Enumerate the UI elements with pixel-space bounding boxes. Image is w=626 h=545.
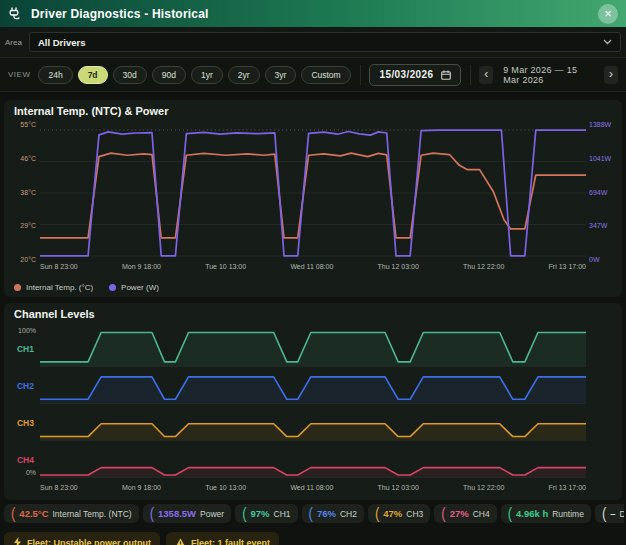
area-select[interactable]: All Drivers <box>29 32 621 52</box>
status-chip-ch3: (47%CH3 <box>368 504 430 523</box>
legend-label: Internal Temp. (°C) <box>26 283 93 292</box>
range-button-30d[interactable]: 30d <box>113 66 147 84</box>
x-axis-tick: Wed 11 08:00 <box>290 484 333 491</box>
chart1-plot-area[interactable] <box>40 126 586 260</box>
driver-plug-icon <box>8 6 23 21</box>
legend-item: Power (W) <box>109 283 159 292</box>
lightning-icon <box>13 537 22 545</box>
calendar-icon <box>441 70 451 80</box>
chip-bracket-icon: ( <box>242 507 246 520</box>
y-axis-tick-right: 1388W <box>589 121 611 128</box>
legend-label: Power (W) <box>121 283 159 292</box>
x-axis-tick: Fri 13 17:00 <box>549 484 586 491</box>
status-chip-power: (1358.5WPower <box>143 504 231 523</box>
status-bar: (42.5°CInternal Temp. (NTC)(1358.5WPower… <box>4 504 624 523</box>
chip-value: 27% <box>450 508 469 519</box>
chip-bracket-icon: ( <box>375 507 379 520</box>
status-chip-drivers-58-pts: (–Drivers · 58 pts <box>595 504 624 523</box>
y-axis-tick-right: 0W <box>589 256 600 263</box>
x-axis-tick: Thu 12 03:00 <box>378 263 419 270</box>
divider <box>360 65 361 85</box>
x-axis-tick: Tue 10 13:00 <box>205 484 246 491</box>
chip-value: 4.96k h <box>516 508 548 519</box>
alerts-bar: Fleet: Unstable power outputFleet: 1 fau… <box>4 532 279 545</box>
chevron-down-icon <box>603 39 612 45</box>
chip-value: – <box>610 508 615 519</box>
channel-label-column: CH1CH2CH3CH4 <box>6 330 34 478</box>
chart1-left-axis: 55°C46°C38°C29°C20°C <box>6 121 36 263</box>
divider <box>470 65 471 85</box>
y-axis-tick-left: 46°C <box>20 155 36 162</box>
chip-bracket-icon: ( <box>508 507 512 520</box>
x-axis-tick: Thu 12 03:00 <box>378 484 419 491</box>
y-axis-tick-right: 1041W <box>589 155 611 162</box>
status-chip-ch4: (27%CH4 <box>434 504 496 523</box>
chip-bracket-icon: ( <box>11 507 15 520</box>
chip-bracket-icon: ( <box>309 507 313 520</box>
chip-value: 47% <box>383 508 402 519</box>
date-input[interactable]: 15/03/2026 <box>369 64 460 86</box>
x-axis-tick: Mon 9 18:00 <box>122 263 161 270</box>
date-range-text: 9 Mar 2026 — 15 Mar 2026 <box>503 65 594 85</box>
range-button-90d[interactable]: 90d <box>152 66 186 84</box>
x-axis-tick: Sun 8 23:00 <box>40 263 78 270</box>
x-axis-tick: Fri 13 17:00 <box>549 263 586 270</box>
alert-text: Fleet: 1 fault event <box>191 538 270 545</box>
next-range-button[interactable]: › <box>604 66 618 84</box>
titlebar: Driver Diagnostics - Historical × <box>0 0 626 27</box>
range-button-group: 24h7d30d90d1yr2yr3yrCustom <box>38 66 350 84</box>
status-chip-ch1: (97%CH1 <box>235 504 297 523</box>
chart1-title: Internal Temp. (NTC) & Power <box>14 105 168 117</box>
chip-label: CH2 <box>340 509 357 519</box>
alert-chip-fleet-unstable-power-output: Fleet: Unstable power output <box>4 532 160 545</box>
range-button-1yr[interactable]: 1yr <box>191 66 223 84</box>
prev-range-button[interactable]: ‹ <box>479 66 493 84</box>
temp-power-line-chart <box>40 126 586 260</box>
chip-label: Power <box>200 509 224 519</box>
chart1-legend: Internal Temp. (°C)Power (W) <box>14 283 159 292</box>
area-row: Area All Drivers <box>0 27 626 58</box>
x-axis-tick: Thu 12 22:00 <box>463 484 504 491</box>
temp-power-chart-panel: Internal Temp. (NTC) & Power 55°C46°C38°… <box>4 100 622 297</box>
channel-levels-line-chart <box>40 330 586 478</box>
channel-label-ch3: CH3 <box>17 418 34 428</box>
channel-label-ch2: CH2 <box>17 381 34 391</box>
channel-label-ch4: CH4 <box>17 455 34 465</box>
status-chip-ch2: (76%CH2 <box>302 504 364 523</box>
close-button[interactable]: × <box>598 4 618 24</box>
view-label: VIEW <box>8 70 30 79</box>
warning-icon <box>175 538 186 545</box>
y-axis-tick-left: 29°C <box>20 222 36 229</box>
chip-label: CH1 <box>274 509 291 519</box>
y-axis-tick-left: 55°C <box>20 121 36 128</box>
x-axis-tick: Mon 9 18:00 <box>122 484 161 491</box>
legend-dot-icon <box>109 284 116 291</box>
channel-label-ch1: CH1 <box>17 344 34 354</box>
status-chip-runtime: (4.96k hRuntime <box>501 504 591 523</box>
chip-label: Runtime <box>552 509 584 519</box>
range-button-3yr[interactable]: 3yr <box>265 66 297 84</box>
chart1-x-axis: Sun 8 23:00Mon 9 18:00Tue 10 13:00Wed 11… <box>40 263 586 270</box>
chart2-plot-area[interactable] <box>40 330 586 478</box>
chart2-x-axis: Sun 8 23:00Mon 9 18:00Tue 10 13:00Wed 11… <box>40 484 586 491</box>
alert-text: Fleet: Unstable power output <box>27 538 151 545</box>
x-axis-tick: Tue 10 13:00 <box>205 263 246 270</box>
chip-bracket-icon: ( <box>150 507 154 520</box>
range-button-2yr[interactable]: 2yr <box>228 66 260 84</box>
window-title: Driver Diagnostics - Historical <box>31 7 209 21</box>
status-chip-internal-temp-ntc-: (42.5°CInternal Temp. (NTC) <box>4 504 139 523</box>
y-axis-tick-right: 347W <box>589 222 607 229</box>
range-button-7d[interactable]: 7d <box>78 66 108 84</box>
chip-label: CH3 <box>406 509 423 519</box>
alert-chip-fleet-1-fault-event: Fleet: 1 fault event <box>166 532 279 545</box>
range-button-custom[interactable]: Custom <box>301 66 350 84</box>
chart2-title: Channel Levels <box>14 308 95 320</box>
x-axis-tick: Wed 11 08:00 <box>290 263 333 270</box>
y-axis-tick-left: 38°C <box>20 189 36 196</box>
area-select-value: All Drivers <box>38 37 86 48</box>
range-button-24h[interactable]: 24h <box>38 66 72 84</box>
chip-bracket-icon: ( <box>602 507 606 520</box>
x-axis-tick: Sun 8 23:00 <box>40 484 78 491</box>
y-axis-tick-left: 20°C <box>20 256 36 263</box>
chip-value: 1358.5W <box>158 508 196 519</box>
